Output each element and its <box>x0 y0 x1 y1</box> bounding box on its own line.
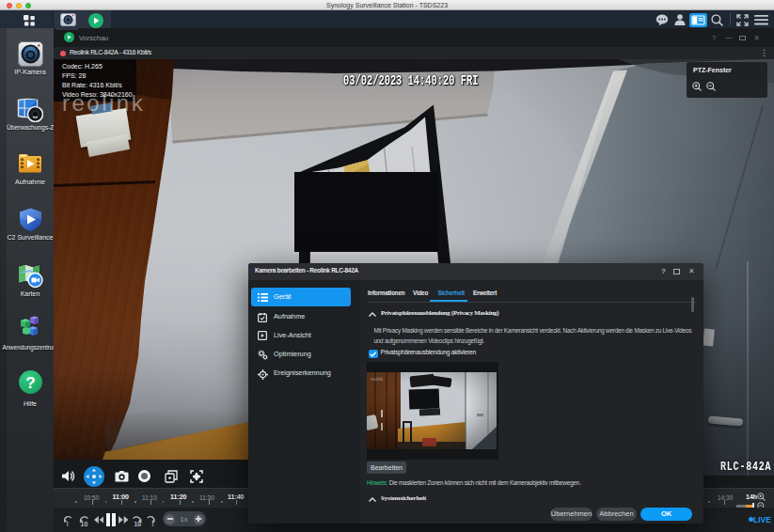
svg-text:?: ? <box>25 374 35 392</box>
svg-text:!: ! <box>67 520 69 526</box>
svg-text:10: 10 <box>81 520 88 526</box>
svg-text:!: ! <box>151 520 153 526</box>
svg-text:10: 10 <box>134 520 141 526</box>
